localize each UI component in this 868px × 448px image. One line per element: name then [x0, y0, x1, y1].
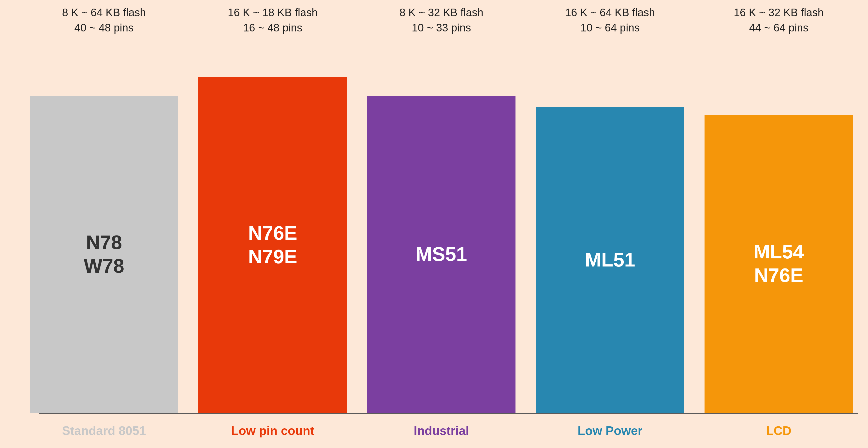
spec-line2-lcd: 44 ~ 64 pins	[749, 22, 808, 34]
bar-label-industrial: MS51	[416, 242, 467, 266]
spec-line2-lowpincount: 16 ~ 48 pins	[243, 22, 302, 34]
bar-column-standard8051: 8 K ~ 64 KB flash40 ~ 48 pinsN78W78	[20, 5, 188, 413]
label-line1-standard8051: N78	[86, 231, 122, 253]
category-item-lcd: LCD	[694, 414, 863, 448]
spec-line2-lowpower: 10 ~ 64 pins	[580, 22, 640, 34]
spec-line1-lcd: 16 K ~ 32 KB flash	[734, 6, 824, 19]
label-line1-lowpincount: N76E	[248, 222, 297, 244]
bar-industrial: MS51	[367, 96, 516, 413]
bar-column-lcd: 16 K ~ 32 KB flash44 ~ 64 pinsML54N76E	[694, 5, 863, 413]
bar-wrapper-lowpincount: N76EN79E	[198, 40, 347, 413]
category-item-standard8051: Standard 8051	[20, 414, 188, 448]
bar-column-lowpower: 16 K ~ 64 KB flash10 ~ 64 pinsML51	[526, 5, 694, 413]
bar-spec-lowpincount: 16 K ~ 18 KB flash16 ~ 48 pins	[228, 5, 318, 35]
category-label-lcd: LCD	[766, 424, 792, 438]
label-line1-industrial: MS51	[416, 243, 467, 265]
label-line1-lcd: ML54	[754, 241, 804, 263]
bar-lowpincount: N76EN79E	[198, 77, 347, 413]
bar-column-lowpincount: 16 K ~ 18 KB flash16 ~ 48 pinsN76EN79E	[188, 5, 357, 413]
spec-line1-lowpower: 16 K ~ 64 KB flash	[565, 6, 655, 19]
bar-label-standard8051: N78W78	[84, 231, 124, 278]
category-label-industrial: Industrial	[414, 424, 469, 438]
bar-spec-lcd: 16 K ~ 32 KB flash44 ~ 64 pins	[734, 5, 824, 35]
bar-label-lowpincount: N76EN79E	[248, 221, 297, 269]
bar-lowpower: ML51	[536, 107, 684, 413]
spec-line1-lowpincount: 16 K ~ 18 KB flash	[228, 6, 318, 19]
bar-spec-lowpower: 16 K ~ 64 KB flash10 ~ 64 pins	[565, 5, 655, 35]
bar-spec-industrial: 8 K ~ 32 KB flash10 ~ 33 pins	[399, 5, 483, 35]
label-line2-lowpincount: N79E	[248, 246, 297, 268]
spec-line2-standard8051: 40 ~ 48 pins	[74, 22, 134, 34]
category-label-lowpincount: Low pin count	[231, 424, 314, 438]
spec-line2-industrial: 10 ~ 33 pins	[412, 22, 471, 34]
category-item-industrial: Industrial	[357, 414, 526, 448]
bars-row: 8 K ~ 64 KB flash40 ~ 48 pinsN78W7816 K …	[20, 0, 863, 413]
bar-column-industrial: 8 K ~ 32 KB flash10 ~ 33 pinsMS51	[357, 5, 526, 413]
bar-lcd: ML54N76E	[705, 115, 853, 413]
bar-wrapper-standard8051: N78W78	[30, 40, 178, 413]
category-item-lowpower: Low Power	[526, 414, 694, 448]
spec-line1-standard8051: 8 K ~ 64 KB flash	[62, 6, 146, 19]
bar-label-lcd: ML54N76E	[754, 240, 804, 287]
y-axis-label	[0, 0, 20, 414]
bar-label-lowpower: ML51	[585, 248, 635, 272]
label-line2-standard8051: W78	[84, 255, 124, 277]
spec-line1-industrial: 8 K ~ 32 KB flash	[399, 6, 483, 19]
bar-wrapper-lowpower: ML51	[536, 40, 684, 413]
label-line2-lcd: N76E	[754, 264, 803, 286]
bar-wrapper-industrial: MS51	[367, 40, 516, 413]
bar-wrapper-lcd: ML54N76E	[705, 40, 853, 413]
category-row: Standard 8051Low pin countIndustrialLow …	[20, 414, 863, 448]
label-line1-lowpower: ML51	[585, 249, 635, 271]
bar-spec-standard8051: 8 K ~ 64 KB flash40 ~ 48 pins	[62, 5, 146, 35]
category-label-standard8051: Standard 8051	[62, 424, 146, 438]
bar-standard8051: N78W78	[30, 96, 178, 413]
chart-container: 8 K ~ 64 KB flash40 ~ 48 pinsN78W7816 K …	[0, 0, 868, 448]
category-item-lowpincount: Low pin count	[188, 414, 357, 448]
chart-area: 8 K ~ 64 KB flash40 ~ 48 pinsN78W7816 K …	[20, 0, 863, 448]
category-label-lowpower: Low Power	[578, 424, 643, 438]
